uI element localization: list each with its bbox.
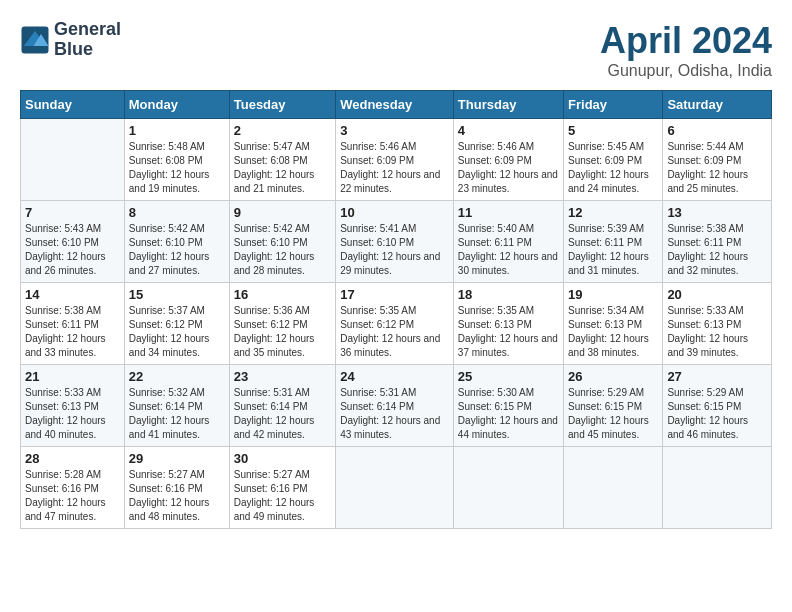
day-number: 3 xyxy=(340,123,449,138)
calendar-cell xyxy=(453,447,563,529)
day-info: Sunrise: 5:46 AM Sunset: 6:09 PM Dayligh… xyxy=(340,140,449,196)
calendar-cell: 6Sunrise: 5:44 AM Sunset: 6:09 PM Daylig… xyxy=(663,119,772,201)
calendar-cell: 18Sunrise: 5:35 AM Sunset: 6:13 PM Dayli… xyxy=(453,283,563,365)
calendar-cell: 14Sunrise: 5:38 AM Sunset: 6:11 PM Dayli… xyxy=(21,283,125,365)
day-number: 25 xyxy=(458,369,559,384)
weekday-header-sunday: Sunday xyxy=(21,91,125,119)
day-info: Sunrise: 5:38 AM Sunset: 6:11 PM Dayligh… xyxy=(667,222,767,278)
day-info: Sunrise: 5:31 AM Sunset: 6:14 PM Dayligh… xyxy=(340,386,449,442)
calendar-cell: 11Sunrise: 5:40 AM Sunset: 6:11 PM Dayli… xyxy=(453,201,563,283)
calendar-cell: 4Sunrise: 5:46 AM Sunset: 6:09 PM Daylig… xyxy=(453,119,563,201)
calendar-cell: 26Sunrise: 5:29 AM Sunset: 6:15 PM Dayli… xyxy=(564,365,663,447)
calendar-cell: 20Sunrise: 5:33 AM Sunset: 6:13 PM Dayli… xyxy=(663,283,772,365)
day-number: 28 xyxy=(25,451,120,466)
day-number: 7 xyxy=(25,205,120,220)
calendar-week-row: 21Sunrise: 5:33 AM Sunset: 6:13 PM Dayli… xyxy=(21,365,772,447)
calendar-subtitle: Gunupur, Odisha, India xyxy=(600,62,772,80)
day-info: Sunrise: 5:39 AM Sunset: 6:11 PM Dayligh… xyxy=(568,222,658,278)
calendar-cell: 8Sunrise: 5:42 AM Sunset: 6:10 PM Daylig… xyxy=(124,201,229,283)
calendar-cell: 13Sunrise: 5:38 AM Sunset: 6:11 PM Dayli… xyxy=(663,201,772,283)
day-number: 17 xyxy=(340,287,449,302)
day-number: 14 xyxy=(25,287,120,302)
calendar-week-row: 1Sunrise: 5:48 AM Sunset: 6:08 PM Daylig… xyxy=(21,119,772,201)
day-info: Sunrise: 5:38 AM Sunset: 6:11 PM Dayligh… xyxy=(25,304,120,360)
day-info: Sunrise: 5:45 AM Sunset: 6:09 PM Dayligh… xyxy=(568,140,658,196)
day-number: 19 xyxy=(568,287,658,302)
day-info: Sunrise: 5:42 AM Sunset: 6:10 PM Dayligh… xyxy=(129,222,225,278)
weekday-header-wednesday: Wednesday xyxy=(336,91,454,119)
logo: General Blue xyxy=(20,20,121,60)
weekday-header-saturday: Saturday xyxy=(663,91,772,119)
calendar-title: April 2024 xyxy=(600,20,772,62)
day-info: Sunrise: 5:32 AM Sunset: 6:14 PM Dayligh… xyxy=(129,386,225,442)
day-info: Sunrise: 5:27 AM Sunset: 6:16 PM Dayligh… xyxy=(234,468,331,524)
day-info: Sunrise: 5:37 AM Sunset: 6:12 PM Dayligh… xyxy=(129,304,225,360)
day-info: Sunrise: 5:35 AM Sunset: 6:12 PM Dayligh… xyxy=(340,304,449,360)
day-number: 18 xyxy=(458,287,559,302)
day-info: Sunrise: 5:46 AM Sunset: 6:09 PM Dayligh… xyxy=(458,140,559,196)
calendar-cell: 3Sunrise: 5:46 AM Sunset: 6:09 PM Daylig… xyxy=(336,119,454,201)
day-number: 1 xyxy=(129,123,225,138)
day-info: Sunrise: 5:43 AM Sunset: 6:10 PM Dayligh… xyxy=(25,222,120,278)
day-info: Sunrise: 5:29 AM Sunset: 6:15 PM Dayligh… xyxy=(667,386,767,442)
day-number: 5 xyxy=(568,123,658,138)
calendar-cell xyxy=(564,447,663,529)
day-info: Sunrise: 5:41 AM Sunset: 6:10 PM Dayligh… xyxy=(340,222,449,278)
day-info: Sunrise: 5:30 AM Sunset: 6:15 PM Dayligh… xyxy=(458,386,559,442)
page-header: General Blue April 2024 Gunupur, Odisha,… xyxy=(20,20,772,80)
day-number: 6 xyxy=(667,123,767,138)
calendar-cell xyxy=(663,447,772,529)
logo-text: General Blue xyxy=(54,20,121,60)
logo-icon xyxy=(20,25,50,55)
day-number: 22 xyxy=(129,369,225,384)
calendar-cell: 27Sunrise: 5:29 AM Sunset: 6:15 PM Dayli… xyxy=(663,365,772,447)
calendar-cell: 1Sunrise: 5:48 AM Sunset: 6:08 PM Daylig… xyxy=(124,119,229,201)
day-info: Sunrise: 5:31 AM Sunset: 6:14 PM Dayligh… xyxy=(234,386,331,442)
calendar-cell xyxy=(21,119,125,201)
calendar-cell: 28Sunrise: 5:28 AM Sunset: 6:16 PM Dayli… xyxy=(21,447,125,529)
calendar-cell: 16Sunrise: 5:36 AM Sunset: 6:12 PM Dayli… xyxy=(229,283,335,365)
calendar-cell: 17Sunrise: 5:35 AM Sunset: 6:12 PM Dayli… xyxy=(336,283,454,365)
day-info: Sunrise: 5:34 AM Sunset: 6:13 PM Dayligh… xyxy=(568,304,658,360)
day-info: Sunrise: 5:47 AM Sunset: 6:08 PM Dayligh… xyxy=(234,140,331,196)
weekday-header-monday: Monday xyxy=(124,91,229,119)
calendar-week-row: 7Sunrise: 5:43 AM Sunset: 6:10 PM Daylig… xyxy=(21,201,772,283)
day-number: 9 xyxy=(234,205,331,220)
day-info: Sunrise: 5:48 AM Sunset: 6:08 PM Dayligh… xyxy=(129,140,225,196)
day-number: 8 xyxy=(129,205,225,220)
calendar-cell: 19Sunrise: 5:34 AM Sunset: 6:13 PM Dayli… xyxy=(564,283,663,365)
calendar-week-row: 28Sunrise: 5:28 AM Sunset: 6:16 PM Dayli… xyxy=(21,447,772,529)
day-info: Sunrise: 5:29 AM Sunset: 6:15 PM Dayligh… xyxy=(568,386,658,442)
day-number: 26 xyxy=(568,369,658,384)
day-number: 30 xyxy=(234,451,331,466)
day-info: Sunrise: 5:40 AM Sunset: 6:11 PM Dayligh… xyxy=(458,222,559,278)
day-number: 10 xyxy=(340,205,449,220)
day-info: Sunrise: 5:28 AM Sunset: 6:16 PM Dayligh… xyxy=(25,468,120,524)
day-number: 29 xyxy=(129,451,225,466)
day-info: Sunrise: 5:33 AM Sunset: 6:13 PM Dayligh… xyxy=(25,386,120,442)
day-number: 12 xyxy=(568,205,658,220)
day-number: 20 xyxy=(667,287,767,302)
day-info: Sunrise: 5:42 AM Sunset: 6:10 PM Dayligh… xyxy=(234,222,331,278)
calendar-cell: 21Sunrise: 5:33 AM Sunset: 6:13 PM Dayli… xyxy=(21,365,125,447)
calendar-cell: 30Sunrise: 5:27 AM Sunset: 6:16 PM Dayli… xyxy=(229,447,335,529)
day-number: 16 xyxy=(234,287,331,302)
calendar-cell: 9Sunrise: 5:42 AM Sunset: 6:10 PM Daylig… xyxy=(229,201,335,283)
calendar-cell: 29Sunrise: 5:27 AM Sunset: 6:16 PM Dayli… xyxy=(124,447,229,529)
day-number: 15 xyxy=(129,287,225,302)
weekday-header-friday: Friday xyxy=(564,91,663,119)
day-number: 4 xyxy=(458,123,559,138)
calendar-cell: 25Sunrise: 5:30 AM Sunset: 6:15 PM Dayli… xyxy=(453,365,563,447)
title-block: April 2024 Gunupur, Odisha, India xyxy=(600,20,772,80)
day-info: Sunrise: 5:36 AM Sunset: 6:12 PM Dayligh… xyxy=(234,304,331,360)
calendar-cell: 7Sunrise: 5:43 AM Sunset: 6:10 PM Daylig… xyxy=(21,201,125,283)
day-number: 2 xyxy=(234,123,331,138)
day-number: 13 xyxy=(667,205,767,220)
calendar-cell: 22Sunrise: 5:32 AM Sunset: 6:14 PM Dayli… xyxy=(124,365,229,447)
calendar-week-row: 14Sunrise: 5:38 AM Sunset: 6:11 PM Dayli… xyxy=(21,283,772,365)
day-info: Sunrise: 5:44 AM Sunset: 6:09 PM Dayligh… xyxy=(667,140,767,196)
day-number: 24 xyxy=(340,369,449,384)
calendar-cell xyxy=(336,447,454,529)
calendar-cell: 15Sunrise: 5:37 AM Sunset: 6:12 PM Dayli… xyxy=(124,283,229,365)
calendar-cell: 24Sunrise: 5:31 AM Sunset: 6:14 PM Dayli… xyxy=(336,365,454,447)
